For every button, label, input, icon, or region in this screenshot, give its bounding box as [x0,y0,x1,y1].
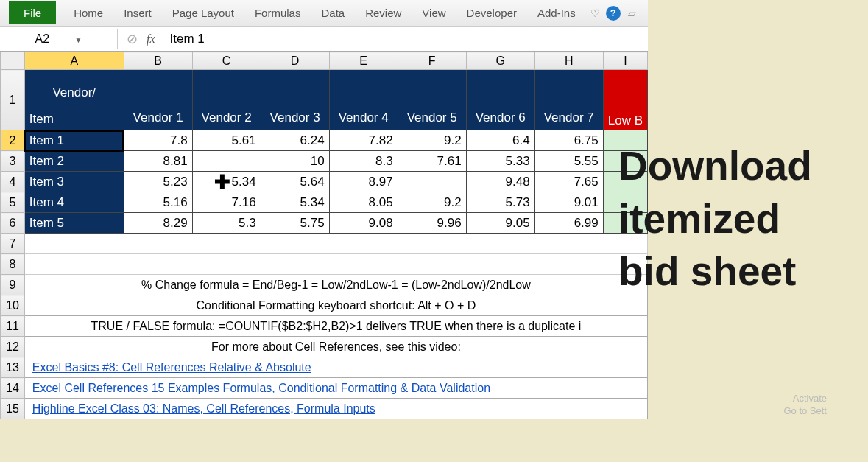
cell-H3[interactable]: 5.55 [534,151,603,172]
col-header-E[interactable]: E [329,52,398,70]
tab-home[interactable]: Home [63,1,113,24]
cell-D3[interactable]: 10 [261,151,329,172]
cell-H6[interactable]: 6.99 [534,213,603,234]
col-header-G[interactable]: G [466,52,534,70]
cell-A5[interactable]: Item 4 [24,192,124,213]
col-header-D[interactable]: D [261,52,329,70]
cell-E4[interactable]: 8.97 [329,172,398,192]
cell-B2[interactable]: 7.8 [124,130,192,151]
cell-E3[interactable]: 8.3 [329,151,398,172]
cell-row-14[interactable]: Excel Cell References 15 Examples Formul… [24,378,647,399]
tab-review[interactable]: Review [355,1,412,24]
cell-B3[interactable]: 8.81 [124,151,192,172]
row-7[interactable] [24,234,647,254]
cell-F4[interactable] [398,172,466,192]
cell-C5[interactable]: 7.16 [192,192,261,213]
cell-row-12[interactable]: For more about Cell References, see this… [24,337,647,357]
cell-I1[interactable]: Low B [603,70,647,130]
cell-E1[interactable]: Vendor 4 [329,70,398,130]
cell-D4[interactable]: 5.64 [261,172,329,192]
row-header-6[interactable]: 6 [1,213,25,234]
tab-page-layout[interactable]: Page Layout [162,1,244,24]
row-header-2[interactable]: 2 [1,130,25,151]
row-header-11[interactable]: 11 [1,316,25,337]
tab-developer[interactable]: Developer [456,1,527,24]
cell-row-15[interactable]: Highline Excel Class 03: Names, Cell Ref… [24,399,647,419]
cell-G5[interactable]: 5.73 [466,192,534,213]
minimize-ribbon-icon[interactable]: ▱ [628,7,636,19]
cell-H2[interactable]: 6.75 [534,130,603,151]
cell-B1[interactable]: Vendor 1 [124,70,192,130]
cell-B4[interactable]: 5.23 [124,172,192,192]
formula-bar-content[interactable]: Item 1 [164,32,205,46]
cell-G1[interactable]: Vendor 6 [466,70,534,130]
help-icon[interactable]: ? [606,6,621,21]
col-header-I[interactable]: I [603,52,647,70]
cell-B5[interactable]: 5.16 [124,192,192,213]
row-header-13[interactable]: 13 [1,357,25,378]
tab-insert[interactable]: Insert [113,1,162,24]
cell-row-13[interactable]: Excel Basics #8: Cell References Relativ… [24,357,647,378]
link-excel-cell-references[interactable]: Excel Cell References 15 Examples Formul… [29,382,490,394]
row-header-1[interactable]: 1 [1,70,25,130]
row-header-5[interactable]: 5 [1,192,25,213]
cell-F6[interactable]: 9.96 [398,213,466,234]
row-header-14[interactable]: 14 [1,378,25,399]
cell-A2[interactable]: Item 1 [24,130,124,151]
cell-C1[interactable]: Vendor 2 [192,70,261,130]
link-excel-basics-8[interactable]: Excel Basics #8: Cell References Relativ… [29,361,311,374]
cell-C4[interactable]: 5.34 [192,172,261,192]
cell-D1[interactable]: Vendor 3 [261,70,329,130]
select-all-corner[interactable] [1,52,25,70]
cell-C3[interactable] [192,151,261,172]
cell-H5[interactable]: 9.01 [534,192,603,213]
cell-B6[interactable]: 8.29 [124,213,192,234]
cell-A6[interactable]: Item 5 [24,213,124,234]
tab-data[interactable]: Data [311,1,355,24]
col-header-F[interactable]: F [398,52,466,70]
row-header-10[interactable]: 10 [1,295,25,316]
row-header-9[interactable]: 9 [1,275,25,295]
row-header-3[interactable]: 3 [1,151,25,172]
cell-A3[interactable]: Item 2 [24,151,124,172]
cell-F3[interactable]: 7.61 [398,151,466,172]
cell-D5[interactable]: 5.34 [261,192,329,213]
cancel-icon[interactable]: ⊘ [127,31,138,47]
cell-E6[interactable]: 9.08 [329,213,398,234]
fx-icon[interactable]: fx [147,32,155,46]
row-header-8[interactable]: 8 [1,254,25,275]
spreadsheet-grid[interactable]: A B C D E F G H I 1 Vendor/ Item Vendor … [0,52,648,419]
cell-row-10[interactable]: Conditional Formatting keyboard shortcut… [24,295,647,316]
link-highline-class-03[interactable]: Highline Excel Class 03: Names, Cell Ref… [29,402,375,415]
name-box[interactable]: A2 ▼ [0,29,118,49]
tab-formulas[interactable]: Formulas [244,1,311,24]
tab-view[interactable]: View [412,1,456,24]
cell-D2[interactable]: 6.24 [261,130,329,151]
cell-E5[interactable]: 8.05 [329,192,398,213]
cell-A4[interactable]: Item 3 [24,172,124,192]
cell-D6[interactable]: 5.75 [261,213,329,234]
cell-C2[interactable]: 5.61 [192,130,261,151]
cell-C6[interactable]: 5.3 [192,213,261,234]
cell-F2[interactable]: 9.2 [398,130,466,151]
cell-F5[interactable]: 9.2 [398,192,466,213]
cell-F1[interactable]: Vendor 5 [398,70,466,130]
cell-G2[interactable]: 6.4 [466,130,534,151]
row-header-15[interactable]: 15 [1,399,25,419]
row-header-7[interactable]: 7 [1,234,25,254]
cell-H4[interactable]: 7.65 [534,172,603,192]
tab-add-ins[interactable]: Add-Ins [527,1,586,24]
col-header-C[interactable]: C [192,52,261,70]
col-header-A[interactable]: A [24,52,124,70]
cell-G6[interactable]: 9.05 [466,213,534,234]
cell-row-11[interactable]: TRUE / FALSE formula: =COUNTIF($B2:$H2,B… [24,316,647,337]
cell-G3[interactable]: 5.33 [466,151,534,172]
row-header-12[interactable]: 12 [1,337,25,357]
col-header-H[interactable]: H [534,52,603,70]
cell-row-9[interactable]: % Change formula = End/Beg-1 = Low/2ndLo… [24,275,647,295]
name-box-dropdown-icon[interactable]: ▼ [75,36,82,44]
cell-H1[interactable]: Vendor 7 [534,70,603,130]
row-8[interactable] [24,254,647,275]
row-header-4[interactable]: 4 [1,172,25,192]
cell-G4[interactable]: 9.48 [466,172,534,192]
